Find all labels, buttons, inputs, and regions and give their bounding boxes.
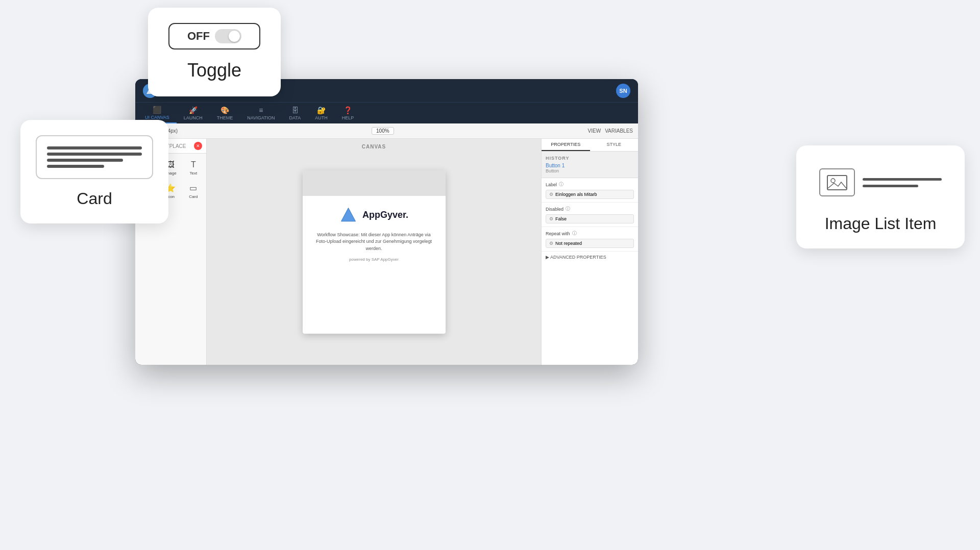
label-prop-label: Label bbox=[546, 182, 557, 187]
nav-auth-label: AUTH bbox=[315, 115, 328, 120]
svg-marker-3 bbox=[341, 208, 355, 221]
card-icon: ▭ bbox=[189, 183, 197, 193]
card-icon-area bbox=[36, 135, 153, 179]
main-window: Upload SN ⬛ UI CANVAS 🚀 LAUNCH 🎨 THEME ≡… bbox=[135, 79, 638, 365]
card-item-label: Card bbox=[189, 194, 198, 199]
card-line-4 bbox=[47, 165, 104, 168]
history-item[interactable]: Button 1 bbox=[546, 163, 634, 168]
nav-launch-label: LAUNCH bbox=[184, 115, 203, 120]
text-label: Text bbox=[189, 171, 197, 176]
variables-label: VARIABLES bbox=[605, 128, 633, 134]
repeat-info-icon: ⓘ bbox=[572, 230, 577, 237]
appgyver-logo-icon bbox=[339, 206, 357, 224]
card-line-3 bbox=[47, 159, 123, 162]
svg-rect-0 bbox=[827, 176, 847, 190]
history-title: HISTORY bbox=[546, 156, 634, 161]
label-prop-input[interactable]: ⚙ Einloggen als Mitarb bbox=[546, 190, 634, 199]
view-label: VIEW bbox=[588, 128, 601, 134]
canvas-area: CANVAS AppGyver. Workflow Showcase: Mit … bbox=[207, 139, 541, 365]
image-list-line-1 bbox=[863, 178, 942, 181]
properties-tab[interactable]: PROPERTIES bbox=[542, 139, 590, 151]
content-area: 🔍 MARKETPLACE ✕ ⬜ Banner 🖼 Image T bbox=[135, 139, 638, 365]
right-panel-tabs: PROPERTIES STYLE bbox=[542, 139, 638, 152]
card-widget: Card bbox=[20, 120, 168, 223]
nav-help[interactable]: ❓ HELP bbox=[335, 103, 361, 123]
toggle-title: Toggle bbox=[168, 60, 260, 81]
appgyver-logo-text: AppGyver. bbox=[362, 210, 408, 220]
toggle-switch-control[interactable] bbox=[215, 29, 241, 43]
close-button[interactable]: ✕ bbox=[194, 142, 202, 150]
repeat-prop-label: Repeat with bbox=[546, 231, 570, 236]
image-placeholder bbox=[819, 168, 855, 196]
data-icon: 🗄 bbox=[291, 106, 299, 114]
nav-help-label: HELP bbox=[342, 115, 354, 120]
style-tab[interactable]: STYLE bbox=[590, 139, 639, 151]
label-info-icon: ⓘ bbox=[559, 181, 564, 188]
nav-theme-label: THEME bbox=[217, 115, 233, 120]
toggle-widget[interactable]: OFF bbox=[168, 23, 260, 49]
image-list-line-2 bbox=[863, 185, 918, 187]
theme-icon: 🎨 bbox=[220, 106, 229, 114]
nav-bar: ⬛ UI CANVAS 🚀 LAUNCH 🎨 THEME ≡ NAVIGATIO… bbox=[135, 102, 638, 123]
phone-footer-text: powered by SAP AppGyver bbox=[313, 257, 435, 262]
image-list-card: Image List Item bbox=[796, 145, 965, 248]
text-icon: T bbox=[191, 160, 196, 169]
prop-disabled-row: Disabled ⓘ ⚙ False bbox=[542, 203, 638, 227]
phone-header bbox=[303, 170, 446, 196]
nav-auth[interactable]: 🔐 AUTH bbox=[308, 103, 335, 123]
history-section: HISTORY Button 1 Button bbox=[542, 152, 638, 178]
card-lines bbox=[47, 146, 142, 168]
toggle-off-label: OFF bbox=[187, 30, 210, 43]
disabled-info-icon: ⓘ bbox=[566, 206, 570, 212]
ui-canvas-icon: ⬛ bbox=[153, 106, 161, 114]
image-list-icon-area bbox=[812, 161, 949, 204]
image-list-text-lines bbox=[863, 178, 942, 187]
nav-data[interactable]: 🗄 DATA bbox=[282, 103, 308, 123]
prop-input-icon: ⚙ bbox=[549, 192, 553, 197]
prop-repeat-row: Repeat with ⓘ ⚙ Not repeated bbox=[542, 227, 638, 252]
nav-data-label: DATA bbox=[289, 115, 301, 120]
canvas-label: CANVAS bbox=[362, 144, 386, 149]
disabled-prop-value: False bbox=[555, 216, 567, 221]
svg-point-1 bbox=[831, 179, 835, 183]
component-card[interactable]: ▭ Card bbox=[183, 181, 204, 202]
zoom-level[interactable]: 100% bbox=[372, 127, 394, 135]
disabled-prop-label: Disabled bbox=[546, 207, 564, 212]
card-line-2 bbox=[47, 153, 142, 156]
disabled-prop-icon: ⚙ bbox=[549, 216, 553, 221]
nav-navigation-label: NAVIGATION bbox=[247, 115, 275, 120]
phone-content: AppGyver. Workflow Showcase: Mit dieser … bbox=[303, 196, 446, 272]
help-icon: ❓ bbox=[344, 106, 352, 114]
repeat-prop-icon: ⚙ bbox=[549, 241, 553, 246]
label-prop-value: Einloggen als Mitarb bbox=[555, 192, 597, 197]
user-avatar[interactable]: SN bbox=[616, 84, 630, 98]
prop-label-row: Label ⓘ ⚙ Einloggen als Mitarb bbox=[542, 178, 638, 203]
component-text[interactable]: T Text bbox=[183, 158, 204, 179]
card-line-1 bbox=[47, 146, 142, 149]
right-panel: PROPERTIES STYLE HISTORY Button 1 Button… bbox=[541, 139, 638, 365]
phone-body-text: Workflow Showcase: Mit dieser App können… bbox=[313, 232, 435, 253]
repeat-prop-input[interactable]: ⚙ Not repeated bbox=[546, 239, 634, 248]
disabled-prop-input[interactable]: ⚙ False bbox=[546, 214, 634, 223]
advanced-properties-link[interactable]: ▶ ADVANCED PROPERTIES bbox=[542, 252, 638, 263]
phone-frame: AppGyver. Workflow Showcase: Mit dieser … bbox=[303, 170, 446, 334]
nav-navigation[interactable]: ≡ NAVIGATION bbox=[240, 103, 282, 123]
card-label: Card bbox=[36, 189, 153, 208]
canvas-toolbar: 5/6/7/8+ (414px) 100% VIEW VARIABLES bbox=[135, 123, 638, 139]
launch-icon: 🚀 bbox=[189, 106, 198, 114]
nav-launch[interactable]: 🚀 LAUNCH bbox=[177, 103, 210, 123]
toggle-card: OFF Toggle bbox=[148, 8, 281, 96]
auth-icon: 🔐 bbox=[317, 106, 326, 114]
repeat-prop-value: Not repeated bbox=[555, 241, 582, 246]
nav-theme[interactable]: 🎨 THEME bbox=[210, 103, 240, 123]
image-list-label: Image List Item bbox=[812, 214, 949, 233]
navigation-icon: ≡ bbox=[259, 106, 263, 114]
appgyver-logo: AppGyver. bbox=[313, 206, 435, 224]
nav-ui-canvas-label: UI CANVAS bbox=[145, 115, 169, 120]
history-sub: Button bbox=[546, 168, 634, 173]
